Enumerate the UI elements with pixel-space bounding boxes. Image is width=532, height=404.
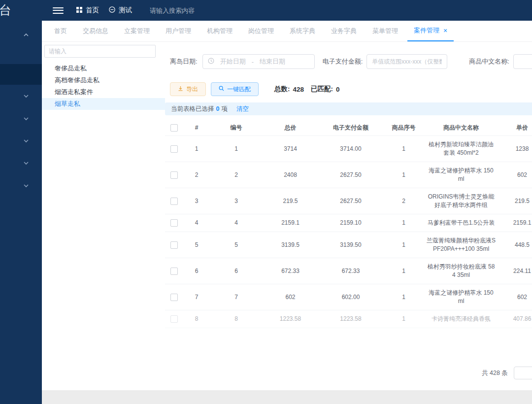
global-search-input[interactable] xyxy=(149,6,259,15)
topbar-test-label: 测试 xyxy=(119,6,132,15)
col-name: 商品中文名称 xyxy=(425,120,498,135)
row-checkbox[interactable] xyxy=(170,241,178,249)
date-range-picker[interactable]: 开始日期 - 结束日期 xyxy=(202,54,315,69)
product-name-label: 商品中文名称: xyxy=(469,57,509,66)
close-icon[interactable]: × xyxy=(443,27,447,34)
topbar-test[interactable]: 测试 xyxy=(109,6,132,15)
tab-trade-info[interactable]: 交易信息 xyxy=(76,21,115,41)
row-checkbox[interactable] xyxy=(170,171,178,179)
logo-text: 台 xyxy=(0,2,11,17)
sidebar-group-1[interactable] xyxy=(0,90,42,101)
table-row: 1 1 3714 3714.00 1 植村秀新琥珀臻萃洁颜油套装 450ml*2… xyxy=(165,136,532,162)
tree-item-luxury[interactable]: 奢侈品走私 xyxy=(42,63,165,74)
selection-prefix: 当前表格已选择 xyxy=(171,105,214,113)
row-checkbox[interactable] xyxy=(170,268,178,275)
matched-value: 0 xyxy=(336,86,340,93)
payment-amount-label: 电子支付金额: xyxy=(323,57,363,66)
table-row: 3 3 219.5 2627.50 2 ORIGINS韦博士灵芝焕能好底子精华水… xyxy=(165,188,532,214)
chevron-up-icon xyxy=(23,30,29,39)
sidebar-item-active[interactable] xyxy=(0,64,42,85)
payment-amount-input[interactable] xyxy=(366,54,447,69)
matched-label: 已匹配: xyxy=(311,85,333,94)
table-row: 2 2 2408 2627.50 1 海蓝之谜修护精萃水 150ml 602 xyxy=(165,162,532,188)
chevron-down-icon xyxy=(23,158,29,167)
col-code: 编号 xyxy=(210,120,262,135)
sidebar-group-2[interactable] xyxy=(0,112,42,124)
download-icon xyxy=(178,86,183,93)
sidebar-group-5[interactable] xyxy=(0,179,42,191)
hamburger-menu-icon[interactable] xyxy=(53,5,64,15)
col-price: 单价 xyxy=(498,120,532,135)
tab-business-dict[interactable]: 业务字典 xyxy=(325,21,363,41)
main-panel: 离岛日期: 开始日期 - 结束日期 电子支付金额: 商品中文名称: xyxy=(165,42,532,334)
one-click-match-button[interactable]: 一键匹配 xyxy=(211,82,259,96)
tree-item-highend-luxury[interactable]: 高档奢侈品走私 xyxy=(42,74,165,86)
selection-count: 0 xyxy=(216,105,220,112)
tree-item-tobacco-alcohol[interactable]: 烟酒走私案件 xyxy=(42,86,165,98)
tab-org-mgmt[interactable]: 机构管理 xyxy=(200,21,239,41)
content-area: 奢侈品走私 高档奢侈品走私 烟酒走私案件 烟草走私 离岛日期: 开始日期 - 结… xyxy=(42,42,532,390)
tab-case-mgmt[interactable]: 案件管理 × xyxy=(407,21,454,41)
grid-icon xyxy=(76,7,82,14)
minus-circle-icon xyxy=(109,6,115,14)
topbar: 首页 测试 xyxy=(42,0,532,21)
tab-system-dict[interactable]: 系统字典 xyxy=(283,21,322,41)
date-start-placeholder: 开始日期 xyxy=(220,57,246,66)
chevron-down-icon xyxy=(23,136,29,145)
topbar-search xyxy=(149,6,259,15)
chevron-down-icon xyxy=(23,91,29,100)
category-tree-panel: 奢侈品走私 高档奢侈品走私 烟酒走私案件 烟草走私 xyxy=(42,42,165,110)
chevron-down-icon xyxy=(23,114,29,123)
page-background xyxy=(42,390,532,404)
row-checkbox[interactable] xyxy=(170,145,178,153)
tab-home[interactable]: 首页 xyxy=(48,21,73,41)
filter-bar: 离岛日期: 开始日期 - 结束日期 电子支付金额: 商品中文名称: xyxy=(170,54,532,69)
table-row: 7 7 602 602.00 1 海蓝之谜修护精萃水 150ml 602 xyxy=(165,284,532,310)
sidebar-collapse-toggle[interactable] xyxy=(0,29,42,40)
topbar-home[interactable]: 首页 xyxy=(76,6,99,15)
topbar-home-label: 首页 xyxy=(86,6,99,15)
clear-selection-link[interactable]: 清空 xyxy=(236,105,249,113)
col-seq: 商品序号 xyxy=(383,120,425,135)
search-icon xyxy=(219,86,224,93)
col-index: # xyxy=(183,120,210,135)
page-size-select[interactable] xyxy=(514,367,532,379)
pagination: 共 428 条 xyxy=(482,367,532,379)
selection-alert: 当前表格已选择 0 项 清空 xyxy=(165,102,532,115)
tab-user-mgmt[interactable]: 用户管理 xyxy=(159,21,198,41)
sidebar: 台 xyxy=(0,0,42,404)
col-payment: 电子支付金额 xyxy=(319,120,383,135)
toolbar: 导出 一键匹配 总数: 428 已匹配: 0 xyxy=(170,82,532,96)
selection-suffix: 项 xyxy=(221,105,228,113)
results-table: # 编号 总价 电子支付金额 商品序号 商品中文名称 单价 1 1 3714 3… xyxy=(165,120,532,334)
row-checkbox[interactable] xyxy=(170,315,178,323)
sidebar-group-4[interactable] xyxy=(0,157,42,168)
date-end-placeholder: 结束日期 xyxy=(260,57,285,66)
table-row: 6 6 672.33 672.33 1 植村秀羽纱持妆粉底液 584 35ml … xyxy=(165,258,532,284)
product-name-input[interactable] xyxy=(513,54,532,69)
table-header-row: # 编号 总价 电子支付金额 商品序号 商品中文名称 单价 xyxy=(165,120,532,136)
tab-post-mgmt[interactable]: 岗位管理 xyxy=(242,21,280,41)
table-row: 4 4 2159.1 2159.10 1 马爹利蓝带干邑1.5公升装 2159.… xyxy=(165,214,532,232)
date-filter-label: 离岛日期: xyxy=(170,57,198,66)
tree-search-input[interactable] xyxy=(44,45,156,58)
chevron-down-icon xyxy=(23,181,29,190)
total-value: 428 xyxy=(293,86,304,93)
row-checkbox[interactable] xyxy=(170,294,178,301)
app-window: 台 xyxy=(0,0,532,404)
export-button[interactable]: 导出 xyxy=(170,82,206,96)
total-label: 总数: xyxy=(274,85,290,94)
tab-menu-mgmt[interactable]: 菜单管理 xyxy=(366,21,404,41)
tabbar: 首页 交易信息 立案管理 用户管理 机构管理 岗位管理 系统字典 业务字典 菜单… xyxy=(42,21,532,42)
table-row: 5 5 3139.5 3139.50 1 兰蔻菁纯臻颜精华粉底液SPF20PA+… xyxy=(165,232,532,258)
select-all-checkbox[interactable] xyxy=(170,124,178,132)
col-total: 总价 xyxy=(262,120,319,135)
match-counters: 总数: 428 已匹配: 0 xyxy=(274,85,340,94)
tab-case-filing[interactable]: 立案管理 xyxy=(118,21,156,41)
tree-item-tobacco[interactable]: 烟草走私 xyxy=(42,98,165,110)
row-checkbox[interactable] xyxy=(170,219,178,227)
clock-icon xyxy=(208,58,214,66)
row-checkbox[interactable] xyxy=(170,198,178,205)
sidebar-group-3[interactable] xyxy=(0,135,42,146)
table-row: 8 8 1223.58 1223.58 1 卡诗菁纯亮泽经典香氛 407.86 xyxy=(165,310,532,328)
